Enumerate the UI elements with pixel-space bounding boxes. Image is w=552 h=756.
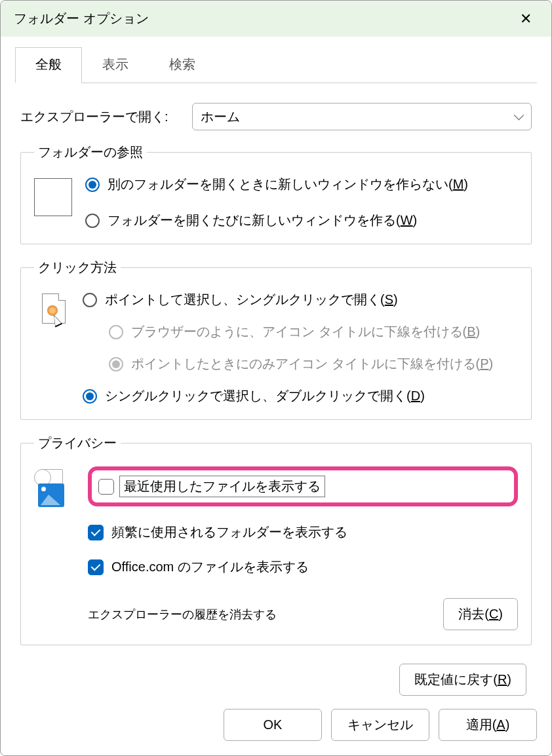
office-files-label: Office.com のファイルを表示する xyxy=(111,558,309,576)
recent-files-label: 最近使用したファイルを表示する xyxy=(119,476,325,497)
tab-bar: 全般 表示 検索 xyxy=(15,47,537,83)
group-privacy: プライバシー 最近使用したファイルを表示する xyxy=(20,434,532,645)
privacy-icon xyxy=(34,469,75,510)
radio-underline-browser: ブラウザーのように、アイコン タイトルに下線を付ける(B) xyxy=(109,323,518,341)
dialog-footer: OK キャンセル 適用(A) xyxy=(1,697,551,755)
cancel-button[interactable]: キャンセル xyxy=(331,709,429,741)
clear-history-label: エクスプローラーの履歴を消去する xyxy=(88,607,277,622)
radio-icon xyxy=(85,178,100,192)
group-browse-folders: フォルダーの参照 別のフォルダーを開くときに新しいウィンドウを作らない(M) フ… xyxy=(20,143,532,244)
group-browse-legend: フォルダーの参照 xyxy=(34,143,147,161)
group-click-items: クリック方法 ポイントして選択し、シングルクリックで開く(S) ブラウザーのよう… xyxy=(20,259,532,420)
radio-icon xyxy=(109,357,123,371)
checkbox-icon xyxy=(88,525,104,540)
group-privacy-legend: プライバシー xyxy=(34,434,121,452)
radio-single-click[interactable]: ポイントして選択し、シングルクリックで開く(S) xyxy=(83,291,518,309)
radio-same-window[interactable]: 別のフォルダーを開くときに新しいウィンドウを作らない(M) xyxy=(85,176,518,193)
open-in-label: エクスプローラーで開く: xyxy=(20,108,168,126)
radio-icon xyxy=(85,214,100,228)
radio-double-click[interactable]: シングルクリックで選択し、ダブルクリックで開く(D) xyxy=(83,387,518,405)
checkbox-frequent-folders[interactable]: 頻繁に使用されるフォルダーを表示する xyxy=(88,523,518,541)
checkbox-recent-files[interactable]: 最近使用したファイルを表示する xyxy=(98,476,325,497)
highlight-recent-files: 最近使用したファイルを表示する xyxy=(88,466,518,506)
titlebar: フォルダー オプション ✕ xyxy=(1,1,551,37)
window-title: フォルダー オプション xyxy=(14,10,149,28)
folder-options-dialog: フォルダー オプション ✕ 全般 表示 検索 エクスプローラーで開く: ホーム … xyxy=(0,0,552,756)
clear-button[interactable]: 消去(C) xyxy=(443,598,518,630)
tab-general[interactable]: 全般 xyxy=(15,47,82,83)
radio-icon xyxy=(83,293,97,307)
tab-search[interactable]: 検索 xyxy=(149,47,216,83)
folder-window-icon xyxy=(34,178,72,216)
click-cursor-icon xyxy=(38,293,69,333)
tab-panel-general: エクスプローラーで開く: ホーム フォルダーの参照 別のフォルダーを開くときに新… xyxy=(15,83,537,697)
open-in-combo[interactable]: ホーム xyxy=(192,103,532,130)
radio-icon xyxy=(109,325,123,339)
checkbox-icon xyxy=(88,559,104,575)
close-icon[interactable]: ✕ xyxy=(513,7,538,31)
radio-icon xyxy=(83,389,97,404)
group-click-legend: クリック方法 xyxy=(34,259,121,276)
ok-button[interactable]: OK xyxy=(224,709,322,741)
frequent-folders-label: 頻繁に使用されるフォルダーを表示する xyxy=(111,523,347,541)
checkbox-icon xyxy=(98,479,114,495)
radio-new-window[interactable]: フォルダーを開くたびに新しいウィンドウを作る(W) xyxy=(85,212,518,229)
apply-button[interactable]: 適用(A) xyxy=(439,709,537,741)
checkbox-office-files[interactable]: Office.com のファイルを表示する xyxy=(88,558,518,576)
tab-view[interactable]: 表示 xyxy=(82,47,149,83)
restore-defaults-button[interactable]: 既定値に戻す(R) xyxy=(399,664,526,696)
radio-underline-point: ポイントしたときにのみアイコン タイトルに下線を付ける(P) xyxy=(109,355,518,373)
